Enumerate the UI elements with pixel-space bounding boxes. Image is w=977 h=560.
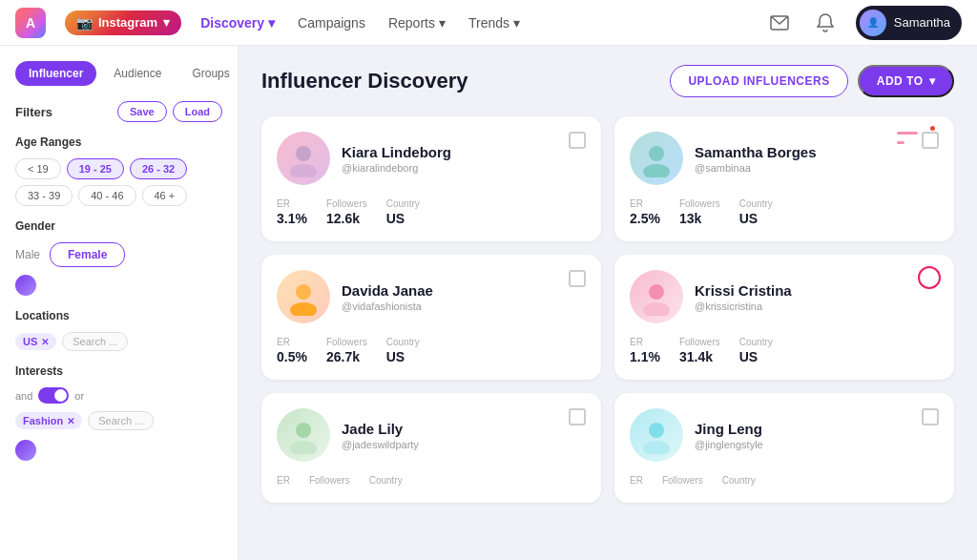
age-chip-40-46[interactable]: 40 - 46 xyxy=(78,185,135,206)
nav-campaigns[interactable]: Campaigns xyxy=(298,15,365,31)
card-top-davida: Davida Janae @vidafashionista xyxy=(277,270,586,323)
age-chip-46plus[interactable]: 46 + xyxy=(142,185,188,206)
influencer-card-kiara: Kiara Lindeborg @kiaralindeborg ER 3.1% … xyxy=(261,116,601,241)
avatar-jade xyxy=(277,408,330,462)
svg-point-2 xyxy=(290,164,317,177)
remove-interest-fashion[interactable]: ✕ xyxy=(67,416,74,426)
app-logo[interactable]: A xyxy=(15,8,46,38)
svg-point-4 xyxy=(643,164,670,177)
deco-line-2 xyxy=(897,141,904,144)
interests-or-label: or xyxy=(74,390,84,402)
tab-audience[interactable]: Audience xyxy=(100,61,175,86)
filter-action-buttons: Save Load xyxy=(117,101,222,122)
user-name: Samantha xyxy=(894,15,950,30)
influencer-card-samantha: Samantha Borges @sambinaa ER 2.5% Follow… xyxy=(614,116,954,241)
filters-header: Filters Save Load xyxy=(15,101,222,122)
age-chip-26-32[interactable]: 26 - 32 xyxy=(130,158,187,179)
info-jing: Jing Leng @jinglengstyle xyxy=(695,421,939,450)
add-to-button[interactable]: ADD TO ▾ xyxy=(858,65,954,97)
avatar-jing xyxy=(630,408,683,462)
handle-samantha: @sambinaa xyxy=(695,162,939,174)
interest-search-input[interactable]: Search ... xyxy=(88,411,154,430)
interests-row: and or xyxy=(15,387,222,404)
add-to-chevron-icon: ▾ xyxy=(929,74,936,88)
bell-button[interactable] xyxy=(810,8,841,38)
influencer-card-jing: Jing Leng @jinglengstyle ER Followers xyxy=(614,393,954,503)
location-tags: US ✕ Search ... xyxy=(15,332,222,351)
reports-chevron-icon: ▾ xyxy=(439,15,446,31)
svg-point-6 xyxy=(290,302,317,316)
stats-jing: ER Followers Country xyxy=(630,475,939,487)
filters-label: Filters xyxy=(15,105,52,119)
info-jade: Jade Lily @jadeswildparty xyxy=(342,421,586,450)
remove-location-us[interactable]: ✕ xyxy=(41,337,49,347)
discovery-chevron-icon: ▾ xyxy=(268,15,275,31)
user-menu[interactable]: 👤 Samantha xyxy=(856,6,962,40)
stats-samantha: ER 2.5% Followers 13k Country US xyxy=(630,198,939,226)
svg-point-8 xyxy=(643,302,670,316)
svg-point-10 xyxy=(290,441,317,454)
influencer-grid: Kiara Lindeborg @kiaralindeborg ER 3.1% … xyxy=(261,116,954,503)
interests-title: Interests xyxy=(15,364,222,378)
gender-female-button[interactable]: Female xyxy=(50,242,125,267)
stats-kiara: ER 3.1% Followers 12.6k Country US xyxy=(277,198,586,226)
header-buttons: UPLOAD INFLUENCERS ADD TO ▾ xyxy=(670,65,954,97)
checkbox-kiara[interactable] xyxy=(569,132,586,149)
upload-influencers-button[interactable]: UPLOAD INFLUENCERS xyxy=(670,65,847,97)
avatar-krissi xyxy=(630,270,683,323)
nav-discovery[interactable]: Discovery ▾ xyxy=(200,15,275,31)
gender-male-label: Male xyxy=(15,248,40,261)
name-davida: Davida Janae xyxy=(342,282,586,299)
svg-point-7 xyxy=(649,284,664,300)
interests-and-label: and xyxy=(15,390,32,402)
interests-bottom-toggle[interactable] xyxy=(15,440,36,461)
interest-tags: Fashion ✕ Search ... xyxy=(15,411,222,430)
handle-krissi: @krissicristina xyxy=(695,301,939,312)
info-kiara: Kiara Lindeborg @kiaralindeborg xyxy=(342,144,586,174)
stats-krissi: ER 1.1% Followers 31.4k Country US xyxy=(630,337,939,364)
info-krissi: Krissi Cristina @krissicristina xyxy=(695,282,939,312)
checkbox-jade[interactable] xyxy=(569,408,586,425)
load-filter-button[interactable]: Load xyxy=(173,101,222,122)
location-search-input[interactable]: Search ... xyxy=(62,332,128,351)
influencer-card-jade: Jade Lily @jadeswildparty ER Followers xyxy=(261,393,601,503)
card-top-samantha: Samantha Borges @sambinaa xyxy=(630,132,939,185)
main-layout: Influencer Audience Groups Filters Save … xyxy=(0,46,977,560)
svg-point-11 xyxy=(649,423,664,438)
age-chip-19-25[interactable]: 19 - 25 xyxy=(67,158,124,179)
top-navigation: A 📷 Instagram ▾ Discovery ▾ Campaigns Re… xyxy=(0,0,977,46)
name-samantha: Samantha Borges xyxy=(695,144,939,160)
interests-toggle[interactable] xyxy=(38,387,69,404)
tab-influencer[interactable]: Influencer xyxy=(15,61,96,86)
mail-button[interactable] xyxy=(764,8,795,38)
influencer-card-krissi: Krissi Cristina @krissicristina ER 1.1% … xyxy=(614,255,954,380)
nav-right: 👤 Samantha xyxy=(764,6,962,40)
checkbox-davida[interactable] xyxy=(569,270,586,287)
location-tag-us: US ✕ xyxy=(15,333,56,350)
tab-groups[interactable]: Groups xyxy=(178,61,239,86)
nav-trends[interactable]: Trends ▾ xyxy=(468,15,520,31)
age-ranges-title: Age Ranges xyxy=(15,135,222,149)
avatar-samantha xyxy=(630,132,683,185)
krissi-circle-icon xyxy=(918,266,941,289)
avatar-davida xyxy=(277,270,330,323)
age-chip-33-39[interactable]: 33 - 39 xyxy=(15,185,73,206)
card-top-krissi: Krissi Cristina @krissicristina xyxy=(630,270,939,323)
trends-chevron-icon: ▾ xyxy=(513,15,520,31)
checkbox-jing[interactable] xyxy=(922,408,939,425)
checkbox-samantha[interactable] xyxy=(922,132,939,149)
save-filter-button[interactable]: Save xyxy=(117,101,167,122)
stats-davida: ER 0.5% Followers 26.7k Country US xyxy=(277,337,586,364)
page-title: Influencer Discovery xyxy=(261,69,468,93)
main-content: Influencer Discovery UPLOAD INFLUENCERS … xyxy=(239,46,977,560)
handle-davida: @vidafashionista xyxy=(342,301,586,312)
gender-toggle[interactable] xyxy=(15,275,36,296)
nav-links: Discovery ▾ Campaigns Reports ▾ Trends ▾ xyxy=(200,15,745,31)
handle-kiara: @kiaralindeborg xyxy=(342,162,586,174)
age-chip-under19[interactable]: < 19 xyxy=(15,158,61,179)
deco-dot-red xyxy=(930,126,935,131)
platform-selector[interactable]: 📷 Instagram ▾ xyxy=(65,10,181,35)
avatar-kiara xyxy=(277,132,330,185)
content-header: Influencer Discovery UPLOAD INFLUENCERS … xyxy=(261,65,954,97)
nav-reports[interactable]: Reports ▾ xyxy=(388,15,446,31)
